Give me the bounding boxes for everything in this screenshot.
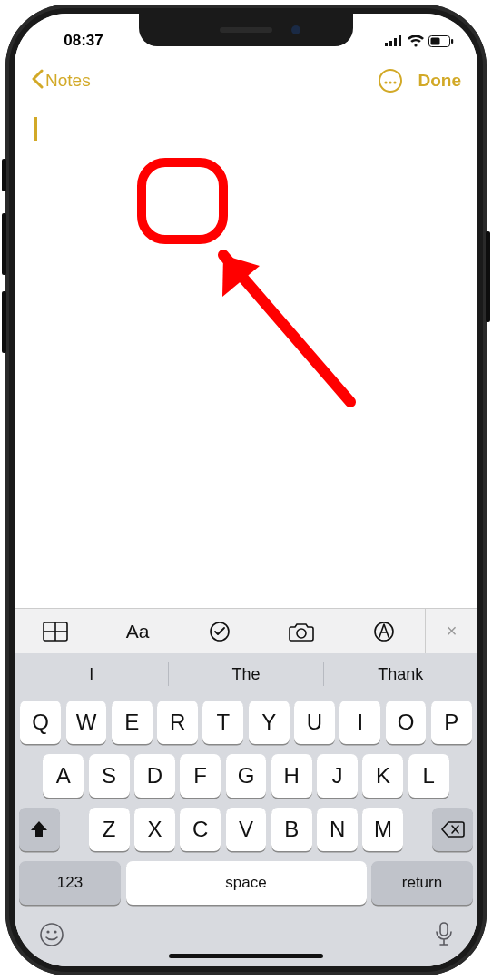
emoji-icon: [38, 921, 65, 948]
volume-up-button: [2, 213, 6, 275]
power-button: [486, 231, 490, 322]
front-camera: [291, 25, 300, 34]
svg-point-17: [46, 930, 49, 933]
key-j[interactable]: J: [317, 754, 358, 798]
iphone-frame: 08:37 Notes: [5, 5, 487, 975]
key-x[interactable]: X: [134, 808, 175, 851]
notch: [139, 14, 353, 46]
svg-point-18: [54, 930, 56, 933]
cellular-icon: [385, 35, 403, 46]
quicktype-bar: I The Thank: [15, 653, 477, 695]
svg-point-14: [297, 629, 306, 638]
format-label: Aa: [126, 621, 150, 642]
svg-rect-5: [431, 37, 440, 44]
suggestion-1[interactable]: The: [169, 653, 322, 695]
key-k[interactable]: K: [362, 754, 403, 798]
done-button[interactable]: Done: [418, 71, 462, 91]
markup-icon: [373, 621, 395, 642]
key-w[interactable]: W: [66, 701, 107, 744]
mute-switch: [2, 159, 6, 191]
key-m[interactable]: M: [362, 808, 403, 851]
key-h[interactable]: H: [271, 754, 312, 798]
checklist-button[interactable]: [179, 621, 261, 642]
back-button[interactable]: Notes: [31, 69, 91, 93]
svg-rect-6: [451, 39, 453, 44]
more-button[interactable]: [379, 69, 402, 93]
note-editor[interactable]: [15, 103, 477, 608]
table-icon: [43, 622, 68, 642]
microphone-icon: [434, 921, 454, 948]
key-i[interactable]: I: [339, 701, 380, 744]
table-button[interactable]: [15, 622, 96, 642]
key-u[interactable]: U: [294, 701, 335, 744]
svg-rect-1: [389, 41, 392, 46]
annotation-rounded-square: [142, 162, 223, 240]
toolbar-close-button[interactable]: ×: [425, 609, 477, 653]
shift-icon: [29, 819, 49, 839]
camera-button[interactable]: [261, 622, 342, 642]
key-a[interactable]: A: [43, 754, 84, 798]
format-button[interactable]: Aa: [96, 621, 178, 642]
key-d[interactable]: D: [134, 754, 175, 798]
key-n[interactable]: N: [317, 808, 358, 851]
screen: 08:37 Notes: [15, 14, 477, 966]
keyboard-toolbar: Aa ×: [15, 608, 477, 653]
markup-button[interactable]: [343, 621, 425, 642]
keyboard: Q W E R T Y U I O P A S D F G H J K L: [15, 695, 477, 912]
speaker: [220, 27, 272, 33]
svg-point-7: [384, 81, 387, 83]
key-123[interactable]: 123: [19, 861, 121, 905]
key-backspace[interactable]: [432, 808, 473, 851]
camera-icon: [289, 622, 314, 642]
home-indicator[interactable]: [169, 954, 323, 958]
backspace-icon: [441, 820, 465, 838]
nav-bar: Notes Done: [15, 59, 477, 103]
volume-down-button: [2, 291, 6, 353]
svg-point-8: [389, 81, 391, 83]
battery-icon: [428, 35, 454, 47]
key-q[interactable]: Q: [20, 701, 61, 744]
key-y[interactable]: Y: [249, 701, 290, 744]
key-t[interactable]: T: [202, 701, 243, 744]
text-cursor: [34, 117, 37, 141]
key-s[interactable]: S: [89, 754, 130, 798]
key-e[interactable]: E: [112, 701, 153, 744]
key-p[interactable]: P: [431, 701, 472, 744]
close-icon: ×: [447, 621, 458, 642]
suggestion-0[interactable]: I: [15, 653, 168, 695]
key-return[interactable]: return: [371, 861, 473, 905]
back-label: Notes: [45, 71, 91, 91]
annotation-arrow: [222, 255, 350, 402]
key-z[interactable]: Z: [89, 808, 130, 851]
suggestion-2[interactable]: Thank: [324, 653, 477, 695]
chevron-left-icon: [31, 69, 44, 93]
annotation-overlay: [133, 157, 405, 415]
checklist-icon: [209, 621, 231, 642]
key-l[interactable]: L: [408, 754, 449, 798]
status-time: 08:37: [38, 32, 129, 50]
key-g[interactable]: G: [226, 754, 267, 798]
wifi-icon: [408, 35, 424, 47]
dictation-button[interactable]: [434, 921, 454, 952]
key-b[interactable]: B: [271, 808, 312, 851]
keyboard-bottom-bar: [15, 912, 477, 966]
svg-rect-19: [440, 923, 448, 936]
key-r[interactable]: R: [157, 701, 198, 744]
key-f[interactable]: F: [180, 754, 221, 798]
svg-rect-2: [394, 38, 397, 46]
key-o[interactable]: O: [386, 701, 427, 744]
ellipsis-icon: [384, 75, 397, 86]
key-c[interactable]: C: [180, 808, 221, 851]
key-v[interactable]: V: [226, 808, 267, 851]
emoji-button[interactable]: [38, 921, 65, 952]
svg-point-16: [41, 924, 63, 946]
svg-point-9: [393, 81, 396, 83]
key-shift[interactable]: [19, 808, 60, 851]
svg-rect-3: [399, 35, 401, 46]
svg-rect-0: [385, 43, 388, 46]
key-space[interactable]: space: [126, 861, 367, 905]
